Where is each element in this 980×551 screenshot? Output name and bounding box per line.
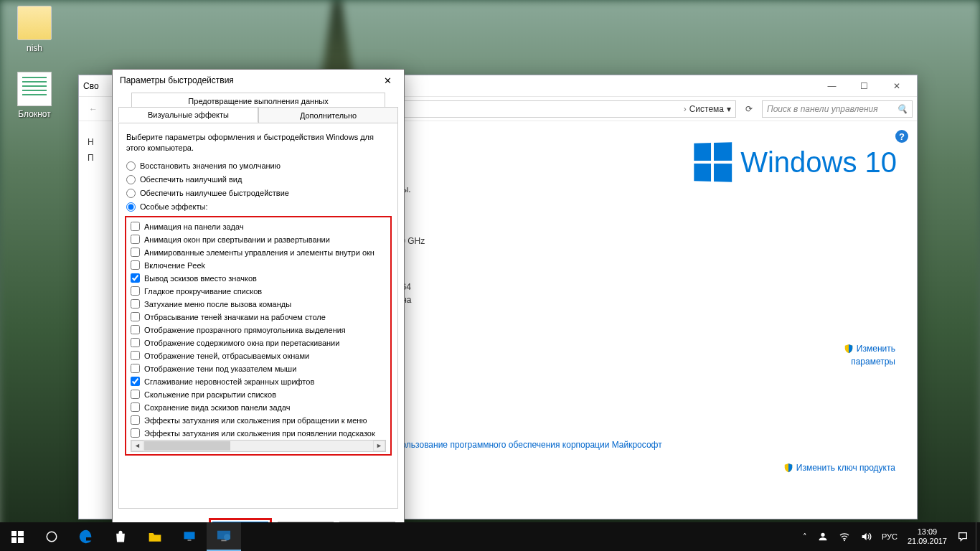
- effect-checkbox[interactable]: [131, 338, 140, 347]
- tray-language[interactable]: РУС: [882, 532, 897, 541]
- horizontal-scrollbar[interactable]: ◄ ►: [131, 440, 386, 452]
- maximize-button[interactable]: ☐: [848, 75, 880, 96]
- effect-checkbox-row[interactable]: Сохранение вида эскизов панели задач: [131, 401, 386, 414]
- scrollbar-thumb[interactable]: [144, 441, 230, 451]
- taskbar-store[interactable]: [103, 522, 138, 551]
- tab-visual-effects[interactable]: Визуальные эффекты: [118, 107, 258, 123]
- scroll-right-button[interactable]: ►: [373, 441, 385, 451]
- search-input[interactable]: Поиск в панели управления 🔍: [762, 100, 913, 118]
- close-button[interactable]: ✕: [880, 75, 913, 96]
- effect-label: Отображение содержимого окна при перетас…: [144, 339, 339, 347]
- effect-checkbox-row[interactable]: Скольжение при раскрытии списков: [131, 388, 386, 401]
- taskbar[interactable]: ˄ РУС 13:09 21.09.2017: [0, 522, 980, 551]
- radio-best-performance[interactable]: Обеспечить наилучшее быстродействие: [126, 189, 390, 198]
- window-controls: — ☐ ✕: [816, 75, 913, 96]
- tray-clock[interactable]: 13:09 21.09.2017: [908, 527, 947, 546]
- taskbar-system-properties[interactable]: [207, 522, 241, 551]
- start-button[interactable]: [0, 522, 34, 551]
- effect-checkbox-row[interactable]: Эффекты затухания или скольжения при обр…: [131, 414, 386, 427]
- radio-restore-defaults[interactable]: Восстановить значения по умолчанию: [126, 161, 390, 171]
- scroll-left-button[interactable]: ◄: [131, 441, 143, 451]
- effect-checkbox[interactable]: [131, 428, 140, 438]
- effect-checkbox-row[interactable]: Гладкое прокручивание списков: [131, 285, 386, 298]
- effect-checkbox[interactable]: [131, 248, 140, 257]
- dialog-title: Параметры быстродействия: [120, 75, 234, 85]
- radio-best-appearance[interactable]: Обеспечить наилучший вид: [126, 175, 390, 184]
- effect-checkbox-row[interactable]: Эффекты затухания или скольжения при поя…: [131, 427, 386, 438]
- effect-checkbox-row[interactable]: Отбрасывание теней значками на рабочем с…: [131, 311, 386, 324]
- windows10-logo: Windows 10: [693, 143, 897, 182]
- search-placeholder: Поиск в панели управления: [767, 104, 878, 114]
- effect-checkbox[interactable]: [131, 312, 140, 321]
- bag-icon: [113, 529, 128, 544]
- intro-text: Выберите параметры оформления и быстроде…: [126, 132, 390, 154]
- clock-time: 13:09: [908, 527, 947, 537]
- minimize-button[interactable]: —: [816, 75, 848, 96]
- breadcrumb-separator: ›: [684, 104, 687, 114]
- windows-logo-icon: [694, 142, 732, 182]
- radio-custom[interactable]: Особые эффекты:: [126, 202, 390, 212]
- effect-checkbox[interactable]: [131, 299, 140, 309]
- effect-checkbox[interactable]: [131, 402, 140, 412]
- tray-volume-icon[interactable]: [860, 531, 872, 542]
- effect-checkbox[interactable]: [131, 415, 140, 425]
- tray-notifications-icon[interactable]: [957, 531, 969, 542]
- effect-checkbox-row[interactable]: Включение Peek: [131, 259, 386, 272]
- effect-checkbox[interactable]: [131, 286, 140, 296]
- effect-checkbox-row[interactable]: Сглаживание неровностей экранных шрифтов: [131, 375, 386, 388]
- effect-checkbox[interactable]: [131, 325, 140, 334]
- effect-checkbox[interactable]: [131, 377, 140, 386]
- effect-checkbox[interactable]: [131, 390, 140, 399]
- folder-icon: [17, 6, 52, 40]
- effect-checkbox-row[interactable]: Отображение содержимого окна при перетас…: [131, 336, 386, 349]
- system-tray: ˄ РУС 13:09 21.09.2017: [796, 527, 976, 546]
- tab-dep[interactable]: Предотвращение выполнения данных: [131, 93, 385, 108]
- change-product-key-link[interactable]: Изменить ключ продукта: [783, 463, 895, 473]
- back-button[interactable]: ←: [83, 100, 103, 118]
- effect-checkbox-row[interactable]: Отображение теней, отбрасываемых окнами: [131, 349, 386, 362]
- change-settings-link[interactable]: Изменить: [844, 344, 895, 354]
- effect-checkbox-row[interactable]: Анимация окон при свертывании и разверты…: [131, 233, 386, 246]
- tray-people-icon[interactable]: [817, 531, 829, 542]
- notepad-icon: [17, 72, 52, 106]
- taskbar-settings[interactable]: [172, 522, 207, 551]
- effect-checkbox-row[interactable]: Затухание меню после вызова команды: [131, 298, 386, 311]
- effect-label: Анимация на панели задач: [144, 222, 244, 231]
- show-desktop-button[interactable]: [976, 522, 980, 551]
- dialog-close-button[interactable]: ✕: [372, 70, 404, 91]
- taskbar-edge[interactable]: [69, 522, 103, 551]
- refresh-button[interactable]: ⟳: [740, 100, 758, 118]
- dialog-tabs: Предотвращение выполнения данных Визуаль…: [113, 91, 404, 123]
- tray-chevron-up-icon[interactable]: ˄: [803, 532, 807, 542]
- desktop-icon-folder[interactable]: nish: [7, 6, 62, 53]
- taskbar-cortana[interactable]: [34, 522, 69, 551]
- effect-label: Вывод эскизов вместо значков: [144, 274, 257, 283]
- effects-list[interactable]: Анимация на панели задачАнимация окон пр…: [131, 220, 386, 438]
- effect-checkbox-row[interactable]: Анимированные элементы управления и элем…: [131, 246, 386, 259]
- effect-checkbox[interactable]: [131, 222, 140, 231]
- effect-label: Анимация окон при свертывании и разверты…: [144, 235, 330, 244]
- dialog-titlebar[interactable]: Параметры быстродействия ✕: [113, 70, 404, 91]
- effect-checkbox[interactable]: [131, 351, 140, 360]
- effect-checkbox[interactable]: [131, 364, 140, 373]
- effect-checkbox[interactable]: [131, 273, 140, 283]
- monitor-icon: [182, 529, 197, 544]
- effect-checkbox-row[interactable]: Отображение прозрачного прямоугольника в…: [131, 324, 386, 336]
- desktop-icon-label: nish: [7, 43, 62, 53]
- effect-label: Отображение тени под указателем мыши: [144, 364, 296, 373]
- taskbar-explorer[interactable]: [138, 522, 172, 551]
- tab-advanced[interactable]: Дополнительно: [258, 107, 398, 123]
- computer-icon: [216, 529, 232, 543]
- scrollbar-track[interactable]: [231, 441, 373, 451]
- change-settings-link-2[interactable]: параметры: [851, 357, 895, 367]
- effect-label: Гладкое прокручивание списков: [144, 287, 262, 296]
- desktop-icon-notepad[interactable]: Блокнот: [7, 72, 62, 119]
- effect-label: Анимированные элементы управления и элем…: [144, 248, 374, 257]
- effect-checkbox[interactable]: [131, 260, 140, 270]
- effect-checkbox-row[interactable]: Отображение тени под указателем мыши: [131, 362, 386, 375]
- effect-checkbox-row[interactable]: Вывод эскизов вместо значков: [131, 272, 386, 285]
- breadcrumb-item[interactable]: Система: [689, 104, 724, 114]
- tray-network-icon[interactable]: [839, 531, 850, 542]
- effect-checkbox-row[interactable]: Анимация на панели задач: [131, 220, 386, 233]
- effect-checkbox[interactable]: [131, 235, 140, 244]
